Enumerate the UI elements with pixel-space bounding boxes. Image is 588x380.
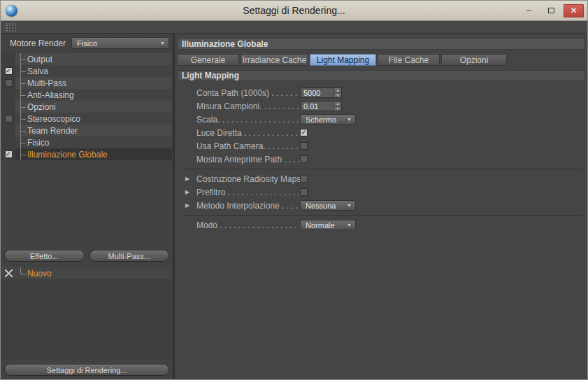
field-costruzione-radiosity: ▶ Costruzione Radiosity Maps: [177, 172, 585, 185]
expand-arrow-icon[interactable]: ▶: [185, 202, 189, 209]
maximize-button[interactable]: [541, 4, 561, 17]
window-title: Settaggi di Rendering...: [1, 5, 587, 16]
scala-value: Schermo: [306, 115, 336, 124]
tabs-bar: Generale Irradiance Cache Light Mapping …: [177, 54, 585, 66]
pass-checkbox[interactable]: ✓: [5, 150, 13, 158]
close-button[interactable]: ✕: [564, 4, 584, 17]
tree-item-label: Team Render: [27, 126, 78, 136]
field-conta-path: Conta Path (1000s) . . . . . . . . . . 5…: [177, 86, 585, 99]
expand-arrow-icon[interactable]: ▶: [185, 176, 189, 182]
conta-path-value[interactable]: 5000: [301, 88, 334, 97]
close-icon: ✕: [570, 6, 577, 15]
field-modo: Modo . . . . . . . . . . . . . . . . . .…: [177, 218, 585, 232]
tree-item-label: Multi-Pass: [27, 78, 66, 88]
field-usa-path-camera: Usa Path Camera. . . . . . . . . . . .: [177, 139, 585, 153]
render-engine-dropdown[interactable]: Fisico ▼: [71, 37, 169, 49]
render-engine-row: Motore Render Fisico ▼: [1, 34, 173, 52]
pass-checkbox[interactable]: [5, 79, 13, 87]
tree-item-fisico[interactable]: Fisico: [1, 136, 172, 148]
tree-item-label: Salva: [27, 66, 48, 76]
expand-arrow-icon[interactable]: ▶: [185, 189, 189, 195]
metodo-interpolazione-dropdown[interactable]: Nessuna ▼: [300, 200, 356, 211]
prefiltro-checkbox[interactable]: [300, 188, 308, 196]
field-metodo-interpolazione: ▶ Metodo Interpolazione . . . . . . Ness…: [177, 199, 585, 212]
fields-area: Conta Path (1000s) . . . . . . . . . . 5…: [177, 86, 585, 232]
separator: [182, 169, 581, 169]
field-mostra-anteprime-path: Mostra Anteprime Path . . . . . .: [177, 153, 585, 166]
check-icon: ✓: [301, 129, 307, 136]
metodo-interpolazione-value: Nessuna: [306, 202, 336, 210]
field-label: Scala. . . . . . . . . . . . . . . . . .…: [196, 115, 300, 125]
multi-pass-button[interactable]: Multi-Pass...: [89, 250, 170, 262]
render-settings-bottom-button[interactable]: Settaggi di Rendering...: [4, 364, 169, 376]
modo-dropdown[interactable]: Normale ▼: [300, 220, 356, 230]
preset-icon: [5, 269, 13, 277]
titlebar[interactable]: Settaggi di Rendering... – ✕: [1, 1, 587, 21]
field-label: Conta Path (1000s) . . . . . . . . . .: [196, 88, 300, 98]
tree-item-label: Opzioni: [27, 102, 56, 112]
scala-dropdown[interactable]: Schermo ▼: [300, 114, 356, 125]
preset-item-nuovo[interactable]: Nuovo: [1, 267, 172, 279]
separator: [182, 215, 581, 216]
toolbar-strip: [1, 21, 587, 34]
render-engine-label: Motore Render: [10, 38, 66, 48]
field-misura-campioni: Misura Campioni. . . . . . . . . . . . 0…: [177, 99, 585, 113]
section-title: Light Mapping: [177, 70, 585, 81]
tab-irradiance-cache[interactable]: Irradiance Cache: [241, 54, 308, 66]
tree-item-anti-aliasing[interactable]: Anti-Aliasing: [1, 89, 172, 101]
app-logo-icon: [6, 5, 17, 17]
tree-item-label: Illuminazione Globale: [27, 150, 108, 160]
tree-item-label: Stereoscopico: [27, 114, 80, 124]
chevron-down-icon: ▼: [343, 223, 352, 227]
spinner-arrows[interactable]: ▲▼: [334, 88, 341, 97]
field-label: Metodo Interpolazione . . . . . .: [196, 201, 300, 211]
spinner-down-icon[interactable]: ▼: [334, 106, 341, 111]
tree-item-illuminazione-globale[interactable]: ✓ Illuminazione Globale: [1, 148, 172, 160]
content-area: Motore Render Fisico ▼ Output ✓ Salva Mu: [1, 34, 587, 379]
field-label: Costruzione Radiosity Maps: [196, 174, 300, 184]
settings-tree: Output ✓ Salva Multi-Pass Anti-Aliasing …: [1, 53, 172, 160]
tab-light-mapping[interactable]: Light Mapping: [310, 54, 376, 66]
drag-grip-icon[interactable]: [5, 23, 16, 31]
minimize-button[interactable]: –: [519, 4, 539, 17]
tree-item-opzioni[interactable]: Opzioni: [1, 101, 172, 113]
tree-item-salva[interactable]: ✓ Salva: [1, 65, 172, 77]
check-icon: ✓: [6, 68, 11, 74]
chevron-down-icon: ▼: [156, 41, 165, 45]
tree-item-label: Anti-Aliasing: [27, 90, 74, 100]
modo-value: Normale: [306, 221, 335, 230]
tree-item-output[interactable]: Output: [1, 53, 172, 65]
spinner-arrows[interactable]: ▲▼: [334, 101, 341, 111]
left-panel: Motore Render Fisico ▼ Output ✓ Salva Mu: [1, 34, 175, 379]
tab-generale[interactable]: Generale: [177, 54, 239, 66]
maximize-icon: [548, 8, 554, 13]
chevron-down-icon: ▼: [343, 117, 352, 122]
preset-item-label: Nuovo: [27, 269, 52, 279]
spinner-down-icon[interactable]: ▼: [334, 92, 341, 97]
field-label: Misura Campioni. . . . . . . . . . . .: [196, 101, 300, 111]
tree-item-multi-pass[interactable]: Multi-Pass: [1, 77, 172, 89]
tab-file-cache[interactable]: File Cache: [378, 54, 440, 66]
luce-diretta-checkbox[interactable]: ✓: [300, 129, 308, 136]
left-buttons-row: Effetto... Multi-Pass...: [4, 250, 169, 262]
tree-item-label: Output: [27, 55, 52, 64]
tab-opzioni[interactable]: Opzioni: [441, 54, 507, 66]
field-label: Modo . . . . . . . . . . . . . . . . . .…: [196, 220, 300, 230]
render-settings-window: Settaggi di Rendering... – ✕ Motore Rend…: [0, 0, 588, 380]
mostra-anteprime-checkbox[interactable]: [300, 155, 308, 163]
pass-checkbox[interactable]: ✓: [5, 67, 13, 75]
tree-item-team-render[interactable]: Team Render: [1, 125, 172, 136]
usa-path-camera-checkbox[interactable]: [300, 142, 308, 150]
costruzione-radiosity-checkbox[interactable]: [300, 175, 308, 183]
field-label: Mostra Anteprime Path . . . . . .: [196, 155, 300, 164]
misura-campioni-input[interactable]: 0.01 ▲▼: [300, 101, 342, 111]
misura-campioni-value[interactable]: 0.01: [301, 101, 334, 111]
effect-button[interactable]: Effetto...: [4, 250, 85, 262]
tree-item-stereoscopico[interactable]: Stereoscopico: [1, 113, 172, 125]
conta-path-input[interactable]: 5000 ▲▼: [300, 87, 342, 98]
minimize-icon: –: [526, 6, 531, 15]
chevron-down-icon: ▼: [343, 203, 352, 208]
pass-checkbox[interactable]: [5, 115, 13, 122]
field-label: Usa Path Camera. . . . . . . . . . . .: [196, 141, 300, 151]
field-prefiltro: ▶ Prefiltro . . . . . . . . . . . . . . …: [177, 185, 585, 199]
